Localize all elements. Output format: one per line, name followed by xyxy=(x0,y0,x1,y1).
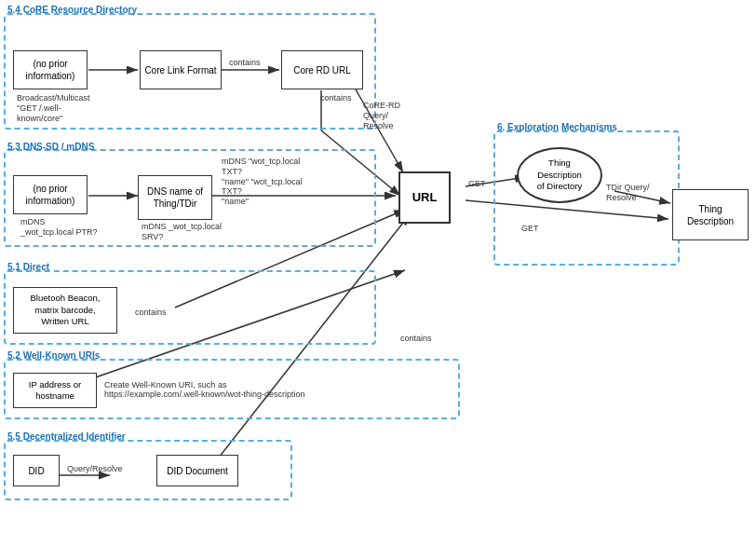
well-known-uri-text: Create Well-Known URI, such ashttps://ex… xyxy=(104,380,365,399)
mdns-ptr-label: mDNS_wot_tcp.local PTR? xyxy=(20,217,114,238)
core-rd-query-label: CoRE-RDQuery/Resolve xyxy=(363,101,424,130)
exploration-label: 6. Exploration Mechanisms xyxy=(497,122,617,132)
dns-name-box: DNS name ofThing/TDir xyxy=(138,175,212,220)
contains-label-1: contains xyxy=(229,58,261,67)
tdir-query-label: TDir Query/Resolve xyxy=(606,183,667,203)
thing-desc-dir-box: ThingDescriptionof Directory xyxy=(517,147,602,203)
decentralized-label: 5.5 Decentralized Identifier xyxy=(7,431,126,442)
broadcast-label: Broadcast/Multicast"GET /.well-known/cor… xyxy=(17,93,77,123)
dns-sd-label: 5.3 DNS-SD / mDNS xyxy=(7,142,94,152)
ip-hostname-box: IP address orhostname xyxy=(13,373,97,408)
did-box: DID xyxy=(13,455,60,486)
core-link-format-box: Core Link Format xyxy=(140,50,222,89)
thing-desc-box: ThingDescription xyxy=(672,189,749,240)
diagram: 5.4 CoRE Resource Directory (no priorinf… xyxy=(0,0,756,547)
url-box: URL xyxy=(398,171,451,224)
contains-label-4: contains xyxy=(400,334,432,343)
core-rd-label: 5.4 CoRE Resource Directory xyxy=(7,5,137,15)
contains-label-2: contains xyxy=(320,93,352,103)
mdns-srv-label: mDNS _wot_tcp.local SRV? xyxy=(142,222,225,242)
svg-line-15 xyxy=(205,214,410,475)
no-prior-info-1-box: (no priorinformation) xyxy=(13,50,88,89)
contains-label-3: contains xyxy=(135,308,167,317)
direct-label: 5.1 Direct xyxy=(7,262,49,272)
query-resolve-label: Query/Resolve xyxy=(67,464,123,473)
bluetooth-box: Bluetooh Beacon,matrix barcode,Written U… xyxy=(13,287,117,334)
core-rd-url-box: Core RD URL xyxy=(281,50,363,89)
no-prior-info-2-box: (no priorinformation) xyxy=(13,175,88,214)
get-label-2: GET xyxy=(521,224,539,233)
mdns-txt-label: mDNS "wot_tcp.local TXT?"name" "wot_tcp.… xyxy=(222,157,305,207)
well-known-label: 5.2 Well-Known URIs xyxy=(7,350,100,361)
get-label-1: GET xyxy=(468,179,486,188)
did-document-box: DID Document xyxy=(156,455,238,486)
